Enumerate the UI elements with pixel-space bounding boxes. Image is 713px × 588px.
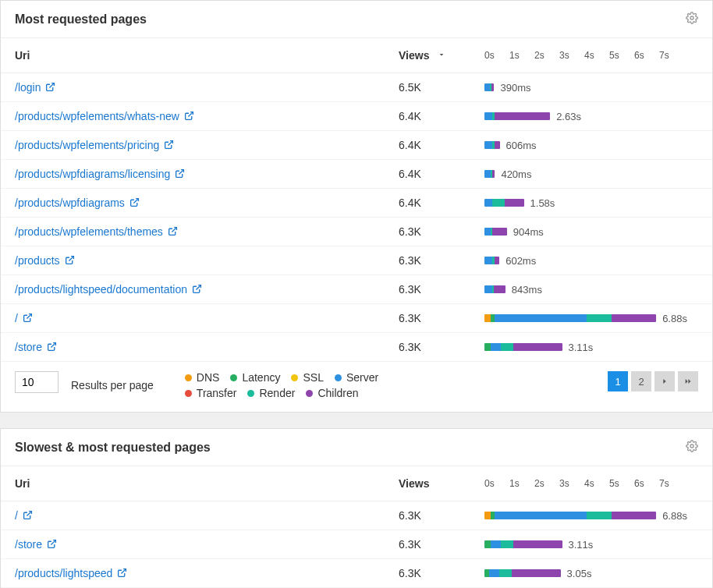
legend-label: Render (259, 387, 295, 399)
timing-label: 6.88s (662, 313, 687, 324)
uri-link[interactable]: / (15, 509, 18, 522)
timing-cell: 6.88s (470, 304, 712, 333)
panel-title: Most requested pages (15, 12, 147, 27)
timing-bar[interactable] (484, 199, 524, 207)
uri-link[interactable]: /store (15, 538, 42, 551)
timing-segment-server (491, 540, 501, 548)
uri-link[interactable]: / (15, 312, 18, 324)
uri-link[interactable]: /products/wpfelements/themes (15, 225, 163, 238)
col-uri[interactable]: Uri (1, 38, 385, 73)
results-per-page-input[interactable] (15, 371, 59, 393)
external-link-icon[interactable] (129, 197, 140, 210)
legend-dot-icon (291, 374, 298, 381)
uri-link[interactable]: /products/wpfelements/whats-new (15, 110, 179, 122)
external-link-icon[interactable] (192, 284, 202, 296)
views-value: 6.4K (385, 102, 470, 131)
timing-segment-render (501, 343, 513, 351)
axis-tick: 1s (509, 50, 534, 61)
legend-label: Children (317, 387, 358, 399)
timing-bar[interactable] (484, 540, 562, 548)
timing-bar[interactable] (484, 512, 656, 519)
panel-slowest: Slowest & most requested pages Uri Views… (0, 428, 713, 588)
gear-icon[interactable] (686, 12, 698, 27)
svg-line-8 (196, 285, 200, 290)
timing-bar[interactable] (484, 257, 499, 264)
timing-bar[interactable] (484, 170, 495, 178)
external-link-icon[interactable] (23, 313, 33, 325)
external-link-icon[interactable] (168, 226, 178, 239)
legend-item[interactable]: Server (335, 371, 378, 384)
col-views[interactable]: Views (385, 466, 470, 501)
uri-link[interactable]: /products/wpfelements/pricing (15, 139, 159, 151)
timing-bar[interactable] (484, 112, 550, 120)
views-value: 6.3K (385, 501, 470, 530)
timing-bar[interactable] (484, 314, 656, 322)
svg-line-10 (51, 343, 55, 348)
timing-cell: 904ms (470, 218, 712, 246)
views-value: 6.5K (385, 73, 470, 102)
external-link-icon[interactable] (117, 568, 127, 580)
timing-segment-render (587, 314, 612, 322)
timing-label: 3.11s (569, 539, 594, 551)
uri-link[interactable]: /products/lightspeed/documentation (15, 283, 187, 296)
timing-cell: 390ms (470, 73, 712, 102)
external-link-icon[interactable] (47, 539, 57, 551)
legend-label: SSL (303, 371, 323, 384)
timing-segment-server (489, 569, 499, 577)
views-value: 6.3K (385, 559, 470, 588)
views-value: 6.4K (385, 189, 470, 218)
col-uri[interactable]: Uri (1, 466, 385, 501)
uri-link[interactable]: /store (15, 341, 42, 353)
timing-cell: 843ms (470, 275, 712, 304)
legend-item[interactable]: Transfer (185, 387, 237, 399)
timing-bar[interactable] (484, 569, 561, 577)
uri-link[interactable]: /products/wpfdiagrams/licensing (15, 168, 170, 180)
legend-item[interactable]: Render (247, 387, 295, 399)
timing-segment-server (484, 83, 490, 91)
external-link-icon[interactable] (164, 140, 174, 152)
gear-icon[interactable] (686, 440, 698, 455)
timing-segment-server (484, 170, 491, 178)
legend-item[interactable]: Latency (230, 371, 280, 384)
legend-item[interactable]: SSL (291, 371, 323, 384)
svg-line-7 (69, 257, 73, 261)
last-page-button[interactable] (678, 371, 698, 391)
timing-bar[interactable] (484, 83, 494, 91)
timing-segment-render (492, 199, 505, 207)
views-value: 6.3K (385, 333, 470, 362)
timing-bar[interactable] (484, 141, 500, 149)
uri-link[interactable]: /products/lightspeed (15, 567, 112, 579)
timing-bar[interactable] (484, 228, 507, 236)
external-link-icon[interactable] (184, 111, 194, 123)
axis-tick: 1s (509, 478, 534, 489)
external-link-icon[interactable] (175, 168, 185, 181)
svg-line-14 (122, 569, 126, 574)
timing-label: 3.11s (569, 342, 594, 353)
legend-item[interactable]: DNS (185, 371, 220, 384)
axis-tick: 6s (634, 50, 659, 61)
external-link-icon[interactable] (45, 82, 55, 94)
legend-item[interactable]: Children (306, 387, 358, 399)
svg-line-6 (172, 228, 176, 232)
views-value: 6.3K (385, 530, 470, 559)
page-2-button[interactable]: 2 (631, 371, 651, 391)
uri-link[interactable]: /products/wpfdiagrams (15, 197, 125, 209)
svg-line-3 (168, 141, 173, 146)
timeline-axis: 0s1s2s3s4s5s6s7s (484, 478, 698, 489)
external-link-icon[interactable] (47, 342, 57, 354)
external-link-icon[interactable] (23, 510, 33, 522)
timing-segment-server (491, 343, 501, 351)
timing-cell: 3.05s (470, 559, 712, 588)
axis-tick: 3s (559, 478, 584, 489)
col-views[interactable]: Views (385, 38, 470, 73)
page-1-button[interactable]: 1 (608, 371, 628, 391)
uri-link[interactable]: /products (15, 254, 60, 267)
next-page-button[interactable] (654, 371, 675, 391)
chevron-down-icon (437, 49, 446, 62)
external-link-icon[interactable] (65, 255, 75, 267)
table-row: /products/wpfelements/themes6.3K904ms (1, 218, 712, 246)
panel-header: Most requested pages (1, 1, 712, 38)
uri-link[interactable]: /login (15, 81, 41, 94)
timing-bar[interactable] (484, 343, 562, 351)
timing-bar[interactable] (484, 285, 505, 293)
